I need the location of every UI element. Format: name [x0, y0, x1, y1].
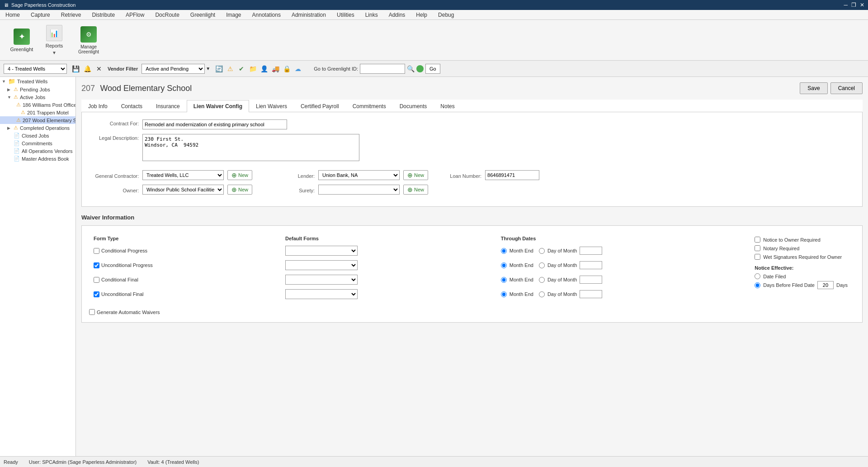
- warning-filter-icon[interactable]: ⚠: [225, 64, 235, 74]
- truck-filter-icon[interactable]: 🚚: [270, 64, 280, 74]
- sidebar-item-pending-jobs[interactable]: ▶ ⚠ Pending Jobs: [0, 86, 75, 93]
- menu-utilities[interactable]: Utilities: [335, 11, 356, 19]
- day-of-month-radio-2[interactable]: [539, 262, 545, 268]
- generate-automatic-label[interactable]: Generate Automatic Waivers: [89, 309, 855, 315]
- generate-automatic-checkbox[interactable]: [89, 309, 95, 315]
- sidebar-item-job-186[interactable]: ⚠ 186 Williams Post Office: [0, 101, 75, 109]
- reports-button[interactable]: 📊 Reports ▼: [40, 24, 69, 57]
- gc-new-button[interactable]: ⊕ New: [227, 170, 252, 180]
- conditional-progress-checkbox[interactable]: [94, 248, 99, 254]
- menu-addins[interactable]: Addins: [387, 11, 407, 19]
- lender-new-button[interactable]: ⊕ New: [403, 170, 428, 180]
- save-icon[interactable]: 💾: [71, 64, 80, 74]
- notary-required-option[interactable]: Notary Required: [755, 245, 848, 251]
- conditional-final-checkbox-label[interactable]: Conditional Final: [94, 277, 277, 283]
- sidebar-item-job-207[interactable]: ⚠ 207 Wood Elementary Sc...: [0, 116, 75, 124]
- status-filter-dropdown[interactable]: Active and Pending All: [142, 64, 205, 74]
- tab-contacts[interactable]: Contacts: [114, 100, 149, 112]
- conditional-final-checkbox[interactable]: [94, 277, 99, 283]
- unconditional-final-checkbox[interactable]: [94, 291, 99, 297]
- loan-number-input[interactable]: [485, 170, 539, 180]
- gc-dropdown[interactable]: Treated Wells, LLC: [142, 170, 224, 180]
- menu-links[interactable]: Links: [363, 11, 380, 19]
- day-of-month-radio-1[interactable]: [539, 248, 545, 254]
- day-of-month-radio-3[interactable]: [539, 277, 545, 283]
- tab-job-info[interactable]: Job Info: [81, 100, 114, 112]
- sidebar-item-all-ops-vendors[interactable]: 📄 All Operations Vendors: [0, 147, 75, 155]
- notary-required-checkbox[interactable]: [755, 245, 760, 251]
- notice-to-owner-option[interactable]: Notice to Owner Required: [755, 237, 848, 243]
- day-of-month-radio-4[interactable]: [539, 291, 545, 297]
- legal-description-textarea[interactable]: 230 First St. Windsor, CA 94592: [142, 134, 359, 161]
- sidebar-item-master-address[interactable]: 📄 Master Address Book: [0, 155, 75, 162]
- menu-home[interactable]: Home: [4, 11, 22, 19]
- close-button[interactable]: ✕: [860, 2, 864, 8]
- manage-greenlight-button[interactable]: ⚙ Manage Greenlight: [72, 24, 105, 57]
- conditional-final-default-form[interactable]: [285, 275, 358, 285]
- date-filed-radio[interactable]: [755, 273, 760, 279]
- vendor-filter-dropdown[interactable]: 4 - Treated Wells: [4, 64, 67, 74]
- cancel-icon[interactable]: ✕: [94, 64, 104, 74]
- lock-filter-icon[interactable]: 🔒: [282, 64, 292, 74]
- wet-signatures-checkbox[interactable]: [755, 254, 760, 260]
- date-filed-radio-option[interactable]: Date Filed: [755, 273, 848, 279]
- alert-icon[interactable]: 🔔: [82, 64, 92, 74]
- day-of-month-value-1[interactable]: [580, 247, 602, 255]
- sidebar-item-root[interactable]: ▼ 📁 Treated Wells: [0, 77, 75, 86]
- conditional-progress-checkbox-label[interactable]: Conditional Progress: [94, 248, 277, 254]
- tab-lien-waivers[interactable]: Lien Waivers: [249, 100, 294, 112]
- day-of-month-value-3[interactable]: [580, 276, 602, 284]
- check-filter-icon[interactable]: ✔: [236, 64, 246, 74]
- tab-certified-payroll[interactable]: Certified Payroll: [294, 100, 346, 112]
- day-of-month-value-2[interactable]: [580, 261, 602, 269]
- menu-image[interactable]: Image: [224, 11, 243, 19]
- unconditional-final-default-form[interactable]: [285, 289, 358, 299]
- surety-dropdown[interactable]: [318, 185, 400, 195]
- menu-distribute[interactable]: Distribute: [90, 11, 117, 19]
- sidebar-item-closed-jobs[interactable]: 📄 Closed Jobs: [0, 132, 75, 139]
- greenlight-button[interactable]: ✦ Greenlight: [7, 24, 36, 57]
- unconditional-progress-checkbox-label[interactable]: Unconditional Progress: [94, 262, 277, 268]
- user-filter-icon[interactable]: 👤: [259, 64, 269, 74]
- go-button[interactable]: Go: [425, 64, 440, 74]
- menu-greenlight[interactable]: Greenlight: [189, 11, 217, 19]
- days-before-radio[interactable]: [755, 282, 760, 288]
- lender-dropdown[interactable]: Union Bank, NA: [318, 170, 400, 180]
- sidebar-item-active-jobs[interactable]: ▼ ⚠ Active Jobs: [0, 93, 75, 101]
- folder-filter-icon[interactable]: 📁: [248, 64, 258, 74]
- unconditional-final-checkbox-label[interactable]: Unconditional Final: [94, 291, 277, 297]
- greenlight-id-input[interactable]: [360, 64, 405, 74]
- sidebar-item-commitments[interactable]: 📄 Commitments: [0, 139, 75, 147]
- surety-new-button[interactable]: ⊕ New: [403, 185, 428, 195]
- tab-lien-waiver-config[interactable]: Lien Waiver Config: [187, 100, 249, 112]
- restore-button[interactable]: ❐: [851, 2, 856, 8]
- search-icon[interactable]: 🔍: [407, 65, 415, 72]
- minimize-button[interactable]: ─: [844, 2, 848, 8]
- month-end-radio-3[interactable]: [501, 277, 507, 283]
- save-button[interactable]: Save: [800, 82, 827, 94]
- menu-annotations[interactable]: Annotations: [250, 11, 283, 19]
- days-before-radio-option[interactable]: Days Before Filed Date Days: [755, 281, 848, 289]
- month-end-radio-2[interactable]: [501, 262, 507, 268]
- wet-signatures-option[interactable]: Wet Signatures Required for Owner: [755, 254, 848, 260]
- conditional-progress-default-form[interactable]: [285, 246, 358, 256]
- unconditional-progress-default-form[interactable]: [285, 260, 358, 270]
- tab-insurance[interactable]: Insurance: [149, 100, 187, 112]
- sidebar-item-completed-ops[interactable]: ▶ ⚠ Completed Operations: [0, 124, 75, 132]
- menu-administration[interactable]: Administration: [290, 11, 328, 19]
- owner-new-button[interactable]: ⊕ New: [227, 185, 252, 195]
- menu-debug[interactable]: Debug: [436, 11, 456, 19]
- refresh-icon[interactable]: 🔄: [214, 64, 224, 74]
- month-end-radio-1[interactable]: [501, 248, 507, 254]
- cloud-filter-icon[interactable]: ☁: [293, 64, 303, 74]
- contract-for-input[interactable]: [142, 119, 287, 129]
- notice-to-owner-checkbox[interactable]: [755, 237, 760, 243]
- day-of-month-value-4[interactable]: [580, 290, 602, 298]
- menu-docroute[interactable]: DocRoute: [153, 11, 181, 19]
- menu-capture[interactable]: Capture: [29, 11, 52, 19]
- tab-documents[interactable]: Documents: [393, 100, 434, 112]
- menu-retrieve[interactable]: Retrieve: [59, 11, 83, 19]
- unconditional-progress-checkbox[interactable]: [94, 262, 99, 268]
- days-value-input[interactable]: [817, 281, 834, 289]
- cancel-button[interactable]: Cancel: [830, 82, 863, 94]
